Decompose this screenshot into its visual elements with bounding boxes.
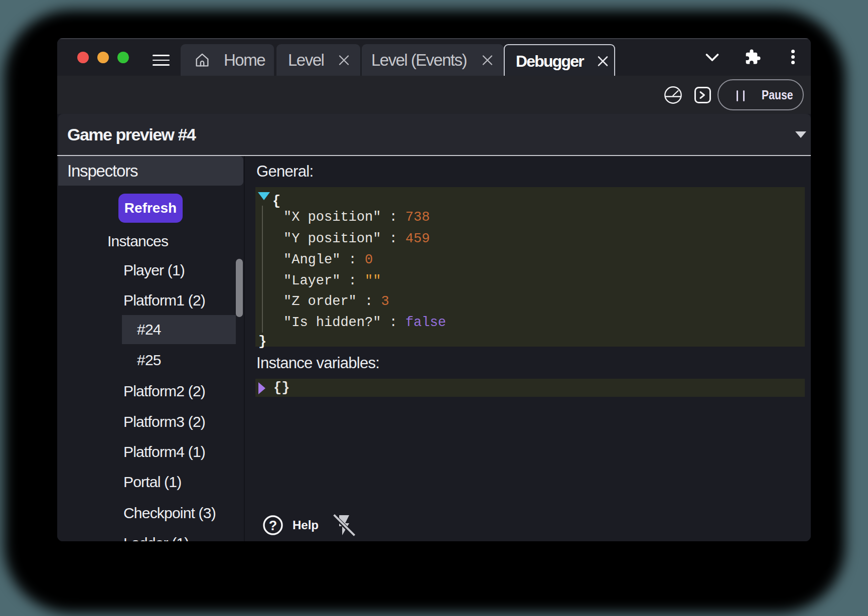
svg-text:?: ?	[269, 518, 277, 533]
